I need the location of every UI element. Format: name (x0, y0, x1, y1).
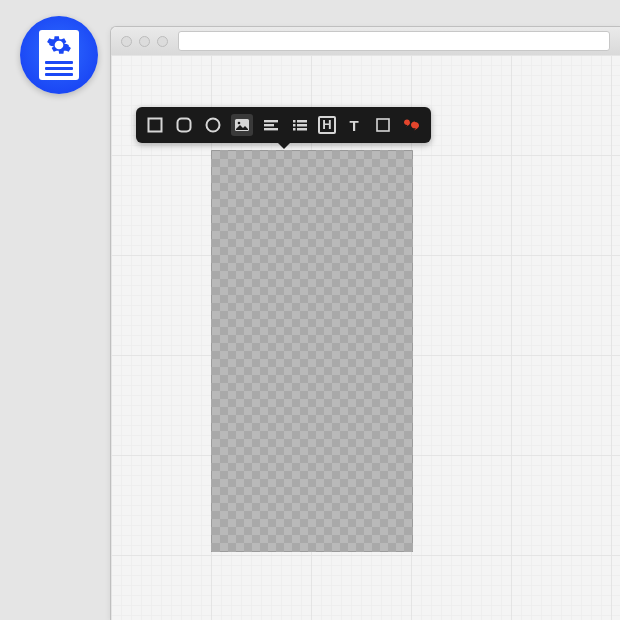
svg-rect-14 (377, 119, 389, 131)
url-bar[interactable] (178, 31, 610, 51)
app-icon (20, 16, 98, 94)
svg-rect-8 (293, 120, 296, 123)
svg-rect-0 (149, 119, 162, 132)
svg-rect-1 (178, 119, 191, 132)
container-icon[interactable] (372, 114, 394, 136)
window-traffic-lights[interactable] (121, 36, 168, 47)
traffic-light-zoom-icon[interactable] (157, 36, 168, 47)
traffic-light-minimize-icon[interactable] (139, 36, 150, 47)
svg-rect-11 (297, 124, 307, 127)
image-icon[interactable] (231, 114, 253, 136)
svg-rect-13 (297, 128, 307, 131)
svg-point-2 (207, 119, 220, 132)
svg-rect-10 (293, 124, 296, 127)
traffic-light-close-icon[interactable] (121, 36, 132, 47)
svg-rect-7 (264, 128, 278, 130)
rounded-square-shape-icon[interactable] (173, 114, 195, 136)
comment-icon[interactable] (401, 114, 423, 136)
gear-icon (46, 32, 72, 58)
svg-point-4 (238, 122, 241, 125)
shape-toolbar: H T (136, 107, 431, 143)
artboard[interactable] (211, 150, 413, 552)
svg-rect-9 (297, 120, 307, 123)
list-icon[interactable] (289, 114, 311, 136)
canvas-grid[interactable]: H T (111, 55, 620, 620)
heading-icon[interactable]: H (318, 116, 336, 134)
window-titlebar (111, 27, 620, 56)
circle-shape-icon[interactable] (202, 114, 224, 136)
square-shape-icon[interactable] (144, 114, 166, 136)
editor-window: H T (110, 26, 620, 620)
text-icon[interactable]: T (343, 114, 365, 136)
svg-rect-5 (264, 120, 278, 122)
svg-rect-6 (264, 124, 274, 126)
svg-rect-12 (293, 128, 296, 131)
align-left-icon[interactable] (260, 114, 282, 136)
